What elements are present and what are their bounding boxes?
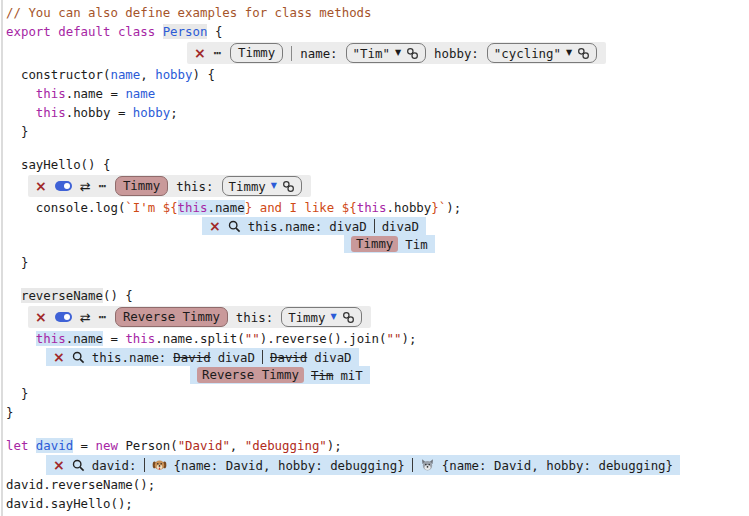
code-token: ; <box>170 105 177 120</box>
code-token: = <box>103 331 125 346</box>
code-line: } <box>6 122 749 141</box>
code-token: , <box>230 438 245 453</box>
magnifier-icon[interactable] <box>228 220 241 233</box>
code-token: } <box>6 405 13 420</box>
swap-arrows-icon[interactable]: ⇄ <box>80 180 91 193</box>
toggle-icon[interactable] <box>55 312 72 322</box>
value-dropdown[interactable]: Timmy▼ <box>281 307 361 327</box>
code-token: () { <box>103 288 133 303</box>
probe-value: divaD <box>382 219 419 234</box>
code-token: export default class <box>6 24 163 39</box>
code-line: constructor(name, hobby) { <box>6 65 749 84</box>
probe-value: miT <box>340 368 362 383</box>
code-token: ${ <box>342 200 357 215</box>
code-token: "" <box>245 331 260 346</box>
more-options-icon[interactable]: ⋯ <box>99 180 107 192</box>
swap-arrows-icon[interactable]: ⇄ <box>80 311 91 324</box>
link-icon[interactable] <box>406 47 419 60</box>
magnifier-icon[interactable] <box>72 351 85 364</box>
example-name-chip[interactable]: Timmy <box>115 176 168 196</box>
code-token: name <box>125 86 155 101</box>
code-token: , <box>140 67 155 82</box>
column-separator <box>374 219 375 233</box>
example-tag: Timmy <box>351 236 398 252</box>
column-separator <box>412 458 413 472</box>
code-token: ); <box>446 200 461 215</box>
code-token: this <box>357 200 387 215</box>
value-dropdown[interactable]: "Tim"▼ <box>346 43 426 63</box>
editor-left-border <box>1 0 3 516</box>
wolf-icon <box>420 458 435 473</box>
code-token: ); <box>327 438 342 453</box>
code-token: this <box>36 86 66 101</box>
code-token <box>6 86 36 101</box>
code-line: console.log(`I'm ${this.name} and I like… <box>6 198 749 217</box>
code-token: } <box>6 386 28 401</box>
close-icon[interactable]: × <box>209 219 221 233</box>
code-token: Person( <box>118 438 178 453</box>
column-separator <box>262 350 263 364</box>
code-editor: // You can also define examples for clas… <box>0 0 749 516</box>
dropdown-arrow-icon: ▼ <box>566 49 572 57</box>
probe-value: David <box>173 350 210 365</box>
value-dropdown[interactable]: Timmy▼ <box>222 176 302 196</box>
value-text: "cycling" <box>494 46 561 61</box>
close-icon[interactable]: × <box>35 179 47 193</box>
blank-line <box>6 422 749 436</box>
code-line: let david = new Person("David", "debuggi… <box>6 436 749 455</box>
value-dropdown[interactable]: "cycling"▼ <box>487 43 597 63</box>
example-name-chip[interactable]: Reverse Timmy <box>115 307 228 327</box>
code-token: name <box>110 67 140 82</box>
code-token: david.sayHello(); <box>6 496 133 511</box>
column-separator <box>144 458 145 472</box>
probe-row: ×this.name: divaDdivaD <box>202 217 426 235</box>
probe-block: ×this.name: DaviddivaDDaviddivaDReverse … <box>6 348 749 384</box>
code-token <box>6 288 21 303</box>
probe-row: ×david:{name: David, hobby: debugging}{n… <box>46 455 680 475</box>
probe-label: david: <box>92 458 137 473</box>
example-tag: Reverse Timmy <box>197 367 304 383</box>
probe-row: Reverse TimmyTimmiT <box>190 366 370 384</box>
more-options-icon[interactable]: ⋯ <box>214 47 222 59</box>
example-name-chip[interactable]: Timmy <box>230 43 283 63</box>
close-icon[interactable]: × <box>53 458 65 472</box>
code-token: .hobby = <box>66 105 133 120</box>
field-label: this: <box>176 179 213 194</box>
toggle-knob <box>64 183 70 189</box>
code-line: } <box>6 253 749 272</box>
code-token: console.log( <box>6 200 125 215</box>
code-token: }` <box>431 200 446 215</box>
code-line: } <box>6 384 749 403</box>
code-token <box>6 105 36 120</box>
link-icon[interactable] <box>282 180 295 193</box>
field-label: name: <box>300 46 337 61</box>
code-token: ${ <box>163 200 178 215</box>
magnifier-icon[interactable] <box>72 459 85 472</box>
toggle-icon[interactable] <box>55 181 72 191</box>
link-icon[interactable] <box>342 311 355 324</box>
code-token: { <box>207 24 222 39</box>
probe-block: ×david:{name: David, hobby: debugging}{n… <box>6 455 749 475</box>
dropdown-arrow-icon: ▼ <box>330 313 336 321</box>
probe-label: this.name: <box>248 219 323 234</box>
dog-icon <box>152 458 167 473</box>
probe-value: divaD <box>218 350 255 365</box>
close-icon[interactable]: × <box>194 46 206 60</box>
code-token: this <box>36 331 66 346</box>
blank-line <box>6 141 749 155</box>
more-options-icon[interactable]: ⋯ <box>99 311 107 323</box>
close-icon[interactable]: × <box>35 310 47 324</box>
link-icon[interactable] <box>577 47 590 60</box>
probe-value: {name: David, hobby: debugging} <box>174 458 405 473</box>
widget-divider <box>291 46 292 61</box>
code-token: .name <box>66 331 103 346</box>
code-token: this <box>36 105 66 120</box>
code-token: Person <box>163 24 208 39</box>
code-line: this.hobby = hobby; <box>6 103 749 122</box>
blank-line <box>6 272 749 286</box>
value-text: "Tim" <box>353 46 390 61</box>
close-icon[interactable]: × <box>53 350 65 364</box>
probe-value: divaD <box>329 219 366 234</box>
code-token: "" <box>387 331 402 346</box>
code-token: ).reverse().join( <box>260 331 387 346</box>
